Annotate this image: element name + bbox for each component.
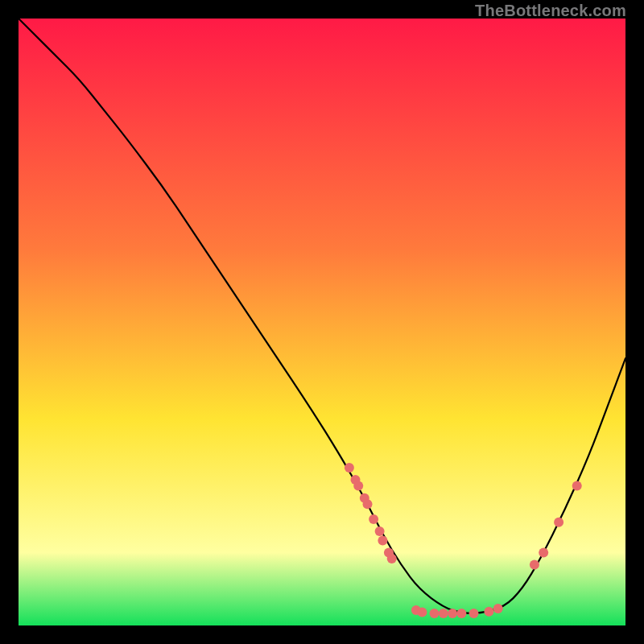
data-point: [484, 607, 493, 617]
chart-container: { "watermark": "TheBottleneck.com", "col…: [0, 0, 644, 644]
watermark-text: TheBottleneck.com: [475, 2, 626, 20]
data-point: [363, 499, 373, 509]
data-point: [417, 607, 427, 617]
plot-svg: [19, 19, 625, 625]
data-point: [539, 548, 548, 558]
data-point: [387, 554, 397, 564]
data-point: [378, 535, 387, 545]
data-point: [345, 463, 354, 473]
data-point: [448, 609, 457, 618]
gradient-background: [19, 19, 625, 625]
data-point: [430, 609, 440, 618]
data-point: [469, 609, 479, 618]
data-point: [353, 481, 363, 491]
data-point: [375, 526, 385, 536]
data-point: [369, 514, 378, 524]
data-point: [572, 481, 582, 491]
data-point: [493, 604, 503, 613]
data-point: [456, 609, 466, 618]
data-point: [554, 518, 564, 527]
plot-area: [19, 19, 625, 625]
data-point: [439, 609, 448, 618]
data-point: [530, 560, 539, 570]
